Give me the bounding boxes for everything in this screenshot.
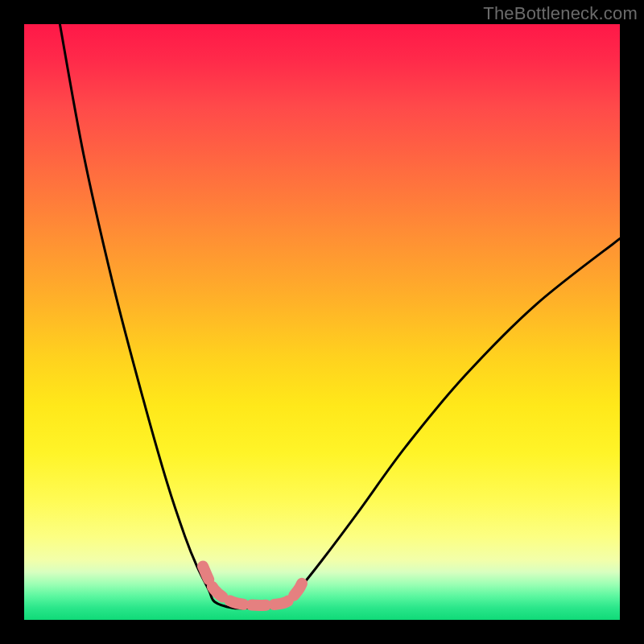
chart-frame: TheBottleneck.com	[0, 0, 644, 644]
curve-svg	[24, 24, 620, 620]
plot-area	[24, 24, 620, 620]
bottleneck-curve	[60, 24, 620, 609]
watermark-label: TheBottleneck.com	[483, 3, 638, 24]
valley-highlight	[203, 566, 304, 605]
